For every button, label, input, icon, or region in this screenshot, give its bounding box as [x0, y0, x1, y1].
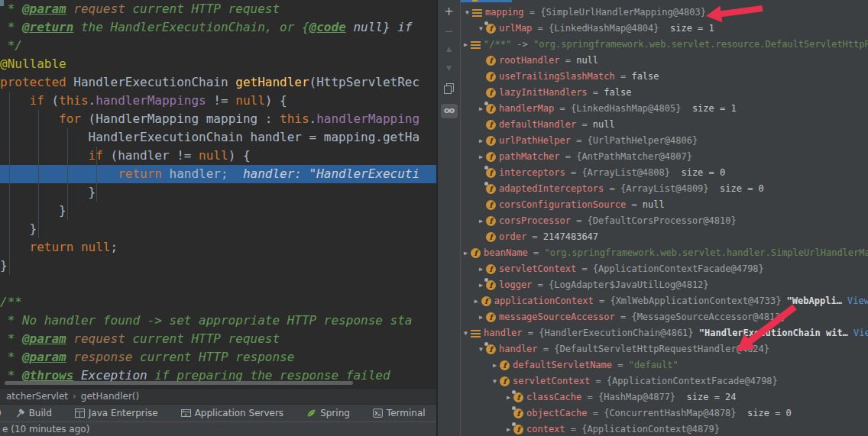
code-line[interactable]: * No handler found -> set appropriate HT… [0, 312, 436, 330]
variable-value: = [590, 373, 607, 389]
variable-row[interactable]: fdefaultHandler = null [461, 117, 868, 133]
field-icon: f [513, 389, 526, 405]
ide-window: * @param request current HTTP request * … [0, 0, 868, 436]
variable-row[interactable]: ▼fservletContext = {ApplicationContextFa… [461, 373, 868, 389]
variable-value: = [615, 69, 632, 85]
variable-row[interactable]: fadaptedInterceptors = {ArrayList@4809} … [461, 181, 868, 197]
code-line[interactable]: * @param request current HTTP request [0, 0, 436, 18]
variable-value: {DefaultCorsProcessor@4810} [588, 213, 737, 229]
variable-value: = [565, 165, 582, 181]
chevron-right-icon[interactable]: ▶ [471, 293, 481, 309]
selected-row-sliver [461, 0, 512, 2]
code-line[interactable]: if (handler != null) { [0, 147, 436, 165]
chevron-down-icon[interactable]: ▼ [461, 325, 471, 341]
code-line[interactable]: * @param response current HTTP response [0, 348, 436, 367]
horizontal-scrollbar[interactable] [5, 381, 353, 385]
variable-row[interactable]: finterceptors = {ArrayList@4808} size = … [461, 165, 868, 181]
code-line[interactable]: } [0, 183, 436, 202]
variable-row[interactable]: ▶fdefaultServletName = "default" [461, 357, 868, 373]
toolwindow-button-build[interactable]: Build [15, 408, 52, 418]
code-line[interactable]: HandlerExecutionChain handler = mapping.… [0, 128, 436, 147]
toolwindow-label: Java Enterprise [89, 408, 158, 418]
variable-value: {MessageSourceAccessor@4813} [631, 309, 785, 325]
code-line[interactable]: * @param request current HTTP request [0, 330, 436, 348]
variable-row[interactable]: ▶fpathMatcher = {AntPathMatcher@4807} [461, 149, 868, 165]
code-line[interactable]: * @return the HandlerExecutionChain, or … [0, 18, 436, 37]
variable-name: pathMatcher [499, 149, 559, 165]
code-line[interactable]: protected HandlerExecutionChain getHandl… [0, 73, 436, 92]
watches-toggle[interactable]: oo [438, 102, 460, 118]
variable-row[interactable]: ▼furlMap = {LinkedHashMap@4804} size = 1 [461, 21, 868, 37]
chevron-right-icon[interactable]: ▶ [476, 213, 486, 229]
variable-row[interactable]: ▶fhandlerMap = {LinkedHashMap@4805} size… [461, 101, 868, 117]
chevron-right-icon[interactable]: ▶ [490, 357, 500, 373]
code-line[interactable] [0, 275, 436, 293]
code-line[interactable]: } [0, 220, 436, 238]
final-marker-dot [512, 406, 516, 410]
variables-tree[interactable]: ▼mapping = {SimpleUrlHandlerMapping@4803… [461, 0, 868, 436]
chevron-down-icon[interactable]: ▼ [490, 373, 500, 389]
chevron-right-icon[interactable]: ▶ [461, 245, 471, 261]
move-up-button[interactable]: ▲ [438, 45, 460, 53]
variable-row[interactable]: fcorsConfigurationSource = null [461, 197, 868, 213]
value-icon [472, 5, 485, 21]
field-icon: f [500, 357, 513, 373]
view-link[interactable]: View [853, 325, 868, 341]
variable-row[interactable]: ▶fbeanName = "org.springframework.web.se… [461, 245, 868, 261]
view-link[interactable]: View [847, 293, 868, 309]
variable-value: null [576, 53, 598, 69]
toolwindow-button-java-enterprise[interactable]: Java Enterprise [75, 408, 158, 418]
code-line[interactable]: return null; [0, 238, 436, 257]
code-editor[interactable]: * @param request current HTTP request * … [0, 0, 436, 388]
variable-row[interactable]: ▶fcontext = {ApplicationContext@4879} [461, 421, 868, 436]
field-icon: f [486, 229, 499, 245]
variable-row[interactable]: ▶furlPathHelper = {UrlPathHelper@4806} [461, 133, 868, 149]
variable-row[interactable]: ▶fclassCache = {HashMap@4877} size = 24 [461, 389, 868, 405]
variable-row[interactable]: ▶fcorsProcessor = {DefaultCorsProcessor@… [461, 213, 868, 229]
code-line[interactable]: return handler; handler: "HandlerExecuti [0, 165, 436, 183]
variable-row[interactable]: frootHandler = null [461, 53, 868, 69]
code-line[interactable]: if (this.handlerMappings != null) { [0, 92, 436, 110]
toolwindow-label: Application Servers [195, 408, 283, 418]
variable-row[interactable]: forder = 2147483647 [461, 229, 868, 245]
add-watch-button[interactable]: + [438, 5, 460, 18]
breadcrumb-item[interactable]: atcherServlet [6, 391, 68, 402]
clipped-toolwindow-item[interactable]: 0 [0, 408, 2, 418]
variable-row[interactable]: ▶flogger = {LogAdapter$JavaUtilLog@4812} [461, 277, 868, 293]
variable-row[interactable]: ▶"/**" -> "org.springframework.web.servl… [461, 37, 868, 53]
code-line[interactable]: /** [0, 293, 436, 312]
toolwindow-button-application-servers[interactable]: Application Servers [181, 408, 283, 418]
chevron-right-icon[interactable]: ▶ [476, 133, 486, 149]
breadcrumb-item[interactable]: getHandler() [81, 391, 139, 402]
chevron-right-icon[interactable]: ▶ [476, 261, 486, 277]
variable-row[interactable]: ▶fservletContext = {ApplicationContextFa… [461, 261, 868, 277]
toolwindow-label: Build [29, 408, 52, 418]
chevron-right-icon[interactable]: ▶ [461, 37, 471, 53]
variable-name: urlPathHelper [499, 133, 571, 149]
final-marker-dot [512, 422, 516, 426]
variable-row[interactable]: flazyInitHandlers = false [461, 85, 868, 101]
move-down-button[interactable]: ▼ [438, 64, 460, 72]
code-line[interactable]: } [0, 202, 436, 220]
variable-row[interactable]: ▶fmessageSourceAccessor = {MessageSource… [461, 309, 868, 325]
variable-row[interactable]: ▼fhandler = {DefaultServletHttpRequestHa… [461, 341, 868, 357]
variable-row[interactable]: ▼handler = {HandlerExecutionChain@4861} … [461, 325, 868, 341]
toolwindow-label: Terminal [387, 408, 426, 418]
code-line[interactable]: */ [0, 37, 436, 55]
variable-row[interactable]: fuseTrailingSlashMatch = false [461, 69, 868, 85]
toolwindow-button-terminal[interactable]: Terminal [373, 408, 426, 418]
toolwindow-button-spring[interactable]: Spring [306, 408, 350, 418]
code-line[interactable]: for (HandlerMapping mapping : this.handl… [0, 110, 436, 128]
field-icon: f [486, 261, 499, 277]
code-line[interactable]: } [0, 257, 436, 275]
chevron-down-icon[interactable]: ▼ [462, 5, 472, 21]
code-line[interactable]: @Nullable [0, 55, 436, 73]
variable-row[interactable]: ▶fapplicationContext = {XmlWebApplicatio… [461, 293, 868, 309]
variable-name: context [526, 421, 565, 436]
variable-row[interactable]: fobjectCache = {ConcurrentHashMap@4878} … [461, 405, 868, 421]
copy-value-button[interactable] [438, 82, 460, 97]
remove-watch-button[interactable]: − [438, 24, 460, 38]
variable-row[interactable]: ▼mapping = {SimpleUrlHandlerMapping@4803… [461, 5, 868, 21]
chevron-right-icon[interactable]: ▶ [476, 309, 486, 325]
chevron-right-icon[interactable]: ▶ [476, 149, 486, 165]
